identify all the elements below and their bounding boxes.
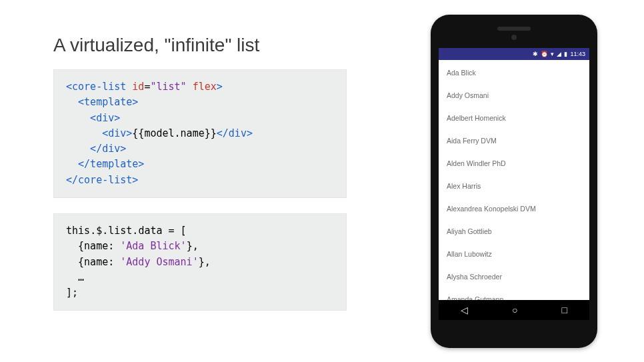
phone-frame: ✱ ⏰ ▾ ◢ ▮ 11:43 Ada Blick Addy Osmani Ad…	[431, 15, 597, 348]
list-item[interactable]: Alexandrea Konopelski DVM	[439, 197, 589, 220]
code-token: flex	[187, 81, 217, 93]
code-token: = [	[163, 225, 187, 237]
code-token: },	[199, 256, 211, 268]
code-token: …	[66, 271, 84, 283]
code-token: {{model.name}}	[132, 127, 216, 139]
alarm-icon: ⏰	[541, 51, 548, 57]
signal-icon: ◢	[557, 51, 561, 57]
code-token: :	[108, 256, 120, 268]
code-token: </template>	[66, 158, 144, 170]
code-token: name	[84, 240, 108, 252]
code-token: {	[66, 256, 84, 268]
code-block-markup: <core-list id="list" flex> <template> <d…	[53, 69, 347, 198]
code-token: <div>	[66, 112, 120, 124]
code-token: "list"	[150, 81, 186, 93]
code-token: data	[138, 225, 162, 237]
phone-screen: ✱ ⏰ ▾ ◢ ▮ 11:43 Ada Blick Addy Osmani Ad…	[439, 48, 589, 320]
recent-icon[interactable]: □	[562, 305, 567, 315]
list-item[interactable]: Allan Lubowitz	[439, 243, 589, 265]
list-item[interactable]: Alden Windler PhD	[439, 152, 589, 175]
code-token: </div>	[66, 143, 126, 155]
code-token: this	[66, 225, 90, 237]
code-token: </core-list>	[66, 174, 138, 186]
list-item[interactable]: Alysha Schroeder	[439, 265, 589, 288]
contacts-list[interactable]: Ada Blick Addy Osmani Adelbert Homenick …	[439, 60, 589, 300]
list-item[interactable]: Ada Blick	[439, 61, 589, 84]
back-icon[interactable]: ◁	[461, 305, 468, 315]
code-token: },	[187, 240, 199, 252]
code-token: :	[108, 240, 120, 252]
home-icon[interactable]: ○	[512, 305, 517, 315]
code-token: <core-list	[66, 81, 126, 93]
bluetooth-icon: ✱	[533, 51, 538, 57]
status-bar: ✱ ⏰ ▾ ◢ ▮ 11:43	[439, 48, 589, 60]
clock: 11:43	[570, 51, 585, 57]
slide-title: A virtualized, "infinite" list	[53, 35, 259, 56]
list-item[interactable]: Adelbert Homenick	[439, 107, 589, 129]
wifi-icon: ▾	[551, 51, 554, 57]
code-token: 'Addy Osmani'	[120, 256, 198, 268]
android-nav-bar: ◁ ○ □	[439, 300, 589, 320]
code-token: .$.	[90, 225, 108, 237]
list-item[interactable]: Aliyah Gottlieb	[439, 220, 589, 243]
list-item[interactable]: Aida Ferry DVM	[439, 129, 589, 152]
code-token: <template>	[66, 96, 138, 108]
code-token: </div>	[217, 127, 253, 139]
list-item[interactable]: Alex Harris	[439, 175, 589, 197]
code-token: <div>	[66, 127, 132, 139]
code-token: >	[217, 81, 223, 93]
code-token: ];	[66, 287, 78, 299]
list-item[interactable]: Addy Osmani	[439, 84, 589, 107]
code-token: list	[108, 225, 132, 237]
code-token: name	[84, 256, 108, 268]
code-block-js: this.$.list.data = [ {name: 'Ada Blick'}…	[53, 213, 347, 311]
battery-icon: ▮	[564, 51, 567, 57]
code-token: id	[126, 81, 144, 93]
list-item[interactable]: Amanda Gutmann	[439, 288, 589, 300]
code-token: 'Ada Blick'	[120, 240, 186, 252]
code-token: {	[66, 240, 84, 252]
